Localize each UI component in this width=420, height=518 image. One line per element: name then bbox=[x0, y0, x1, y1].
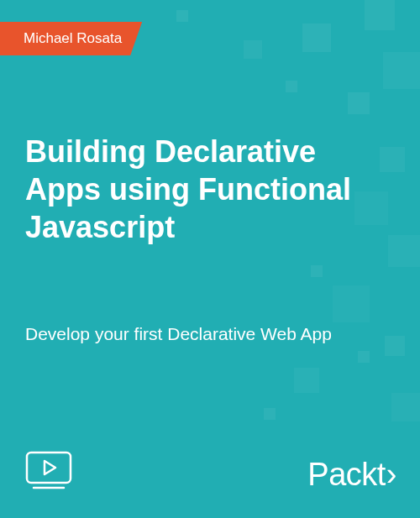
course-title: Building Declarative Apps using Function… bbox=[25, 133, 370, 246]
author-name: Michael Rosata bbox=[24, 30, 122, 46]
publisher-name: Packt bbox=[307, 457, 386, 493]
course-subtitle: Develop your first Declarative Web App bbox=[25, 322, 370, 345]
chevron-right-icon: › bbox=[386, 457, 396, 493]
video-play-icon bbox=[25, 451, 72, 489]
publisher-logo: Packt› bbox=[307, 457, 396, 493]
svg-rect-0 bbox=[27, 453, 71, 483]
author-badge: Michael Rosata bbox=[0, 22, 142, 55]
decorative-background bbox=[0, 0, 420, 518]
